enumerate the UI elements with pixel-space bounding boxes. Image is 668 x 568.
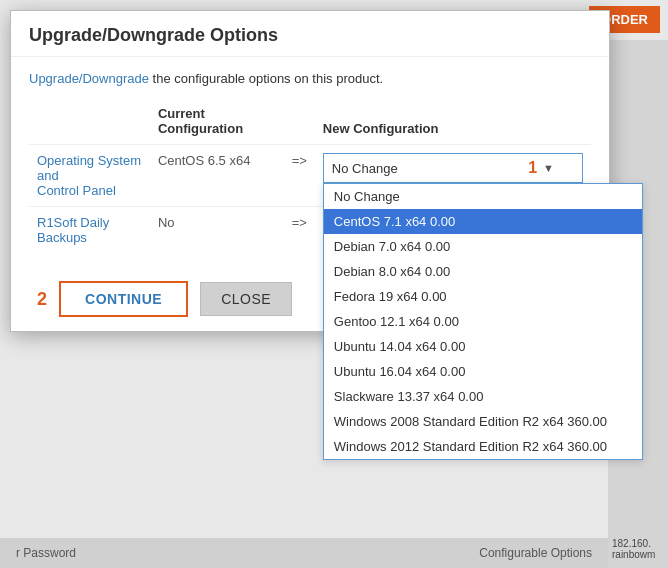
dropdown-item[interactable]: Windows 2012 Standard Edition R2 x64 360… [324,434,642,459]
modal-body: Upgrade/Downgrade the configurable optio… [11,57,609,267]
dropdown-item[interactable]: Windows 2008 Standard Edition R2 x64 360… [324,409,642,434]
modal-title: Upgrade/Downgrade Options [29,25,591,46]
modal-header: Upgrade/Downgrade Options [11,11,609,57]
hostname-text: rainbowm [612,549,664,560]
dropdown-arrow-icon: ▼ [543,162,554,174]
os-dropdown-list: No Change CentOS 7.1 x64 0.00 Debian 7.0… [323,183,643,460]
dropdown-item[interactable]: Ubuntu 14.04 x64 0.00 [324,334,642,359]
modal-dialog: Upgrade/Downgrade Options Upgrade/Downgr… [10,10,610,332]
bottom-hint-right: Configurable Options [479,546,592,560]
table-row: Operating System andControl Panel CentOS… [29,145,591,207]
ip-text: 182.160. [612,538,664,549]
continue-button[interactable]: CONTINUE [59,281,188,317]
dropdown-item[interactable]: Slackware 13.37 x64 0.00 [324,384,642,409]
col-new-header: New Configuration [315,102,591,145]
os-dropdown-header[interactable]: No Change 1 ▼ [323,153,583,183]
dropdown-item[interactable]: Debian 8.0 x64 0.00 [324,259,642,284]
intro-link[interactable]: Upgrade/Downgrade [29,71,149,86]
col-current-header: Current Configuration [150,102,284,145]
row-new-config: No Change 1 ▼ No Change CentOS 7.1 x64 0… [315,145,591,207]
bottom-hint-left: r Password [16,546,76,560]
close-button[interactable]: CLOSE [200,282,292,316]
bottom-bar: r Password Configurable Options [0,538,608,568]
os-dropdown-selected-text: No Change [332,161,522,176]
os-dropdown-container: No Change 1 ▼ No Change CentOS 7.1 x64 0… [323,153,583,183]
dropdown-badge: 1 [528,159,537,177]
dropdown-item[interactable]: Debian 7.0 x64 0.00 [324,234,642,259]
dropdown-item[interactable]: No Change [324,184,642,209]
col-arrow-header [284,102,315,145]
dropdown-item[interactable]: Fedora 19 x64 0.00 [324,284,642,309]
row-label: Operating System andControl Panel [29,145,150,207]
intro-text: Upgrade/Downgrade the configurable optio… [29,71,591,86]
row-arrow: => [284,207,315,254]
step-number-2: 2 [37,289,47,310]
row-label: R1Soft Daily Backups [29,207,150,254]
row-arrow: => [284,145,315,207]
dropdown-item[interactable]: Ubuntu 16.04 x64 0.00 [324,359,642,384]
row-current: CentOS 6.5 x64 [150,145,284,207]
col-label-header [29,102,150,145]
dropdown-item[interactable]: CentOS 7.1 x64 0.00 [324,209,642,234]
config-table: Current Configuration New Configuration … [29,102,591,253]
row-current: No [150,207,284,254]
dropdown-item[interactable]: Gentoo 12.1 x64 0.00 [324,309,642,334]
intro-text-rest: the configurable options on this product… [149,71,383,86]
